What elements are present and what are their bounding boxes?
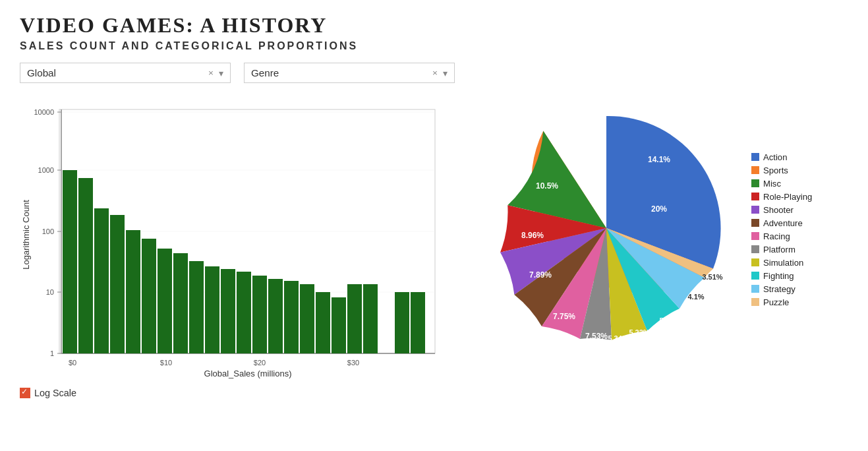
bar-11 <box>221 269 235 353</box>
global-filter[interactable]: Global × ▾ <box>20 63 231 83</box>
legend-color-simulation <box>751 258 759 266</box>
bar-6 <box>142 239 156 353</box>
clear-icon[interactable]: × <box>208 68 214 78</box>
legend-strategy: Strategy <box>751 284 812 294</box>
legend-simulation: Simulation <box>751 258 812 268</box>
bar-15 <box>284 281 299 353</box>
pie-section: 20% 14.1% 10.5% 8.96% 7.89% 7.75% 7.53% … <box>481 96 848 363</box>
bar-19 <box>347 284 362 353</box>
legend-color-sports <box>751 166 759 174</box>
legend-label-simulation: Simulation <box>763 258 803 268</box>
bar-2 <box>78 178 93 353</box>
label-sports: 14.1% <box>648 155 670 164</box>
page-subtitle: SALES COUNT AND CATEGORICAL PROPORTIONS <box>20 40 848 52</box>
log-scale-checkbox[interactable] <box>20 388 30 398</box>
legend-puzzle: Puzzle <box>751 297 812 307</box>
bar-1 <box>63 170 77 353</box>
legend-roleplaying: Role-Playing <box>751 192 812 202</box>
y-tick-1: 1 <box>50 349 54 357</box>
bar-16 <box>300 284 314 353</box>
legend-label-adventure: Adventure <box>763 218 803 228</box>
x-tick-10: $10 <box>160 359 172 367</box>
legend-color-action <box>751 153 759 161</box>
label-racing: 7.53% <box>585 332 608 341</box>
bar-7 <box>158 249 172 353</box>
bar-18 <box>332 297 346 353</box>
x-tick-0: $0 <box>69 359 76 367</box>
bar-12 <box>237 272 251 353</box>
histogram-svg: Logarithmic Count 1 10 100 1000 10000 <box>20 96 455 380</box>
legend-misc: Misc <box>751 179 812 189</box>
legend-color-strategy <box>751 285 759 293</box>
legend-sports: Sports <box>751 165 812 175</box>
bar-3 <box>94 208 109 353</box>
y-axis-label: Logarithmic Count <box>21 200 31 270</box>
legend-color-platform <box>751 245 759 253</box>
label-simulation: 5.22% <box>629 328 649 336</box>
bar-20 <box>363 284 378 353</box>
filter1-icons: × ▾ <box>208 68 223 78</box>
label-action: 20% <box>651 204 667 214</box>
legend-label-racing: Racing <box>763 231 790 241</box>
pie-container: 20% 14.1% 10.5% 8.96% 7.89% 7.75% 7.53% … <box>481 96 732 363</box>
legend-platform: Platform <box>751 245 812 255</box>
legend-color-fighting <box>751 272 759 280</box>
bar-14 <box>268 279 283 353</box>
chevron-down-icon[interactable]: ▾ <box>219 68 223 78</box>
genre-filter-value: Genre <box>251 67 432 78</box>
legend-label-shooter: Shooter <box>763 205 794 215</box>
y-tick-1000: 1000 <box>38 166 54 174</box>
bar-4 <box>110 215 125 353</box>
charts-row: Logarithmic Count 1 10 100 1000 10000 <box>20 96 848 398</box>
legend-label-platform: Platform <box>763 245 796 255</box>
bar-21 <box>395 292 409 353</box>
x-tick-20: $20 <box>254 359 266 367</box>
bar-5 <box>126 230 140 353</box>
label-puzzle: 3.51% <box>702 273 722 281</box>
legend-color-shooter <box>751 206 759 214</box>
clear-icon2[interactable]: × <box>432 68 438 78</box>
legend-color-roleplaying <box>751 193 759 200</box>
legend-label-misc: Misc <box>763 179 781 189</box>
legend: Action Sports Misc Role-Playing Shooter … <box>751 152 812 307</box>
x-axis-label: Global_Sales (millions) <box>204 369 292 378</box>
bar-9 <box>189 261 204 353</box>
y-tick-100: 100 <box>42 227 54 235</box>
legend-color-racing <box>751 232 759 240</box>
genre-filter[interactable]: Genre × ▾ <box>244 63 455 83</box>
legend-color-adventure <box>751 219 759 227</box>
log-scale-label: Log Scale <box>34 388 76 398</box>
legend-shooter: Shooter <box>751 205 812 215</box>
legend-label-fighting: Fighting <box>763 271 794 281</box>
legend-label-strategy: Strategy <box>763 284 796 294</box>
filter2-icons: × ▾ <box>432 68 448 78</box>
legend-label-puzzle: Puzzle <box>763 297 789 307</box>
bar-10 <box>205 266 219 353</box>
legend-action: Action <box>751 152 812 162</box>
label-roleplaying: 8.96% <box>521 231 544 240</box>
y-tick-10: 10 <box>46 288 54 296</box>
label-shooter: 7.89% <box>529 270 552 280</box>
label-adventure: 7.75% <box>553 312 575 321</box>
page-title: VIDEO GAMES: A HISTORY <box>20 13 848 38</box>
label-platform: 5.34% <box>608 334 628 342</box>
legend-adventure: Adventure <box>751 218 812 228</box>
legend-racing: Racing <box>751 231 812 241</box>
legend-label-roleplaying: Role-Playing <box>763 192 812 202</box>
histogram-container: Logarithmic Count 1 10 100 1000 10000 <box>20 96 455 398</box>
pie-svg: 20% 14.1% 10.5% 8.96% 7.89% 7.75% 7.53% … <box>481 96 732 360</box>
label-fighting: 5.11% <box>659 316 680 324</box>
label-misc: 10.5% <box>536 181 558 191</box>
bar-8 <box>173 253 188 353</box>
bar-13 <box>252 276 267 353</box>
bar-17 <box>316 292 330 353</box>
label-strategy: 4.1% <box>687 293 704 301</box>
legend-label-action: Action <box>763 152 787 162</box>
chevron-down-icon2[interactable]: ▾ <box>443 68 448 78</box>
legend-fighting: Fighting <box>751 271 812 281</box>
x-tick-30: $30 <box>347 359 359 367</box>
log-scale-row: Log Scale <box>20 388 455 398</box>
pie-group <box>500 116 721 340</box>
filters-row: Global × ▾ Genre × ▾ <box>20 63 848 83</box>
y-tick-10000: 10000 <box>34 108 54 116</box>
